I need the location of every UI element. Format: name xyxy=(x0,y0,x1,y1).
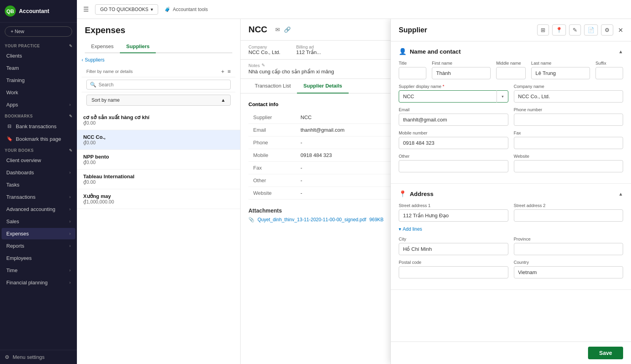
bank-icon: ⊟ xyxy=(6,123,13,129)
mobile-input[interactable] xyxy=(399,137,508,149)
add-lines-button[interactable]: ▾ Add lines xyxy=(399,226,422,232)
sidebar-item-expenses[interactable]: Expenses › xyxy=(2,228,75,239)
sort-button[interactable]: Sort by name ▲ xyxy=(86,95,231,106)
grid-view-button[interactable]: ⊞ xyxy=(537,24,549,35)
sidebar-item-bookmark-this[interactable]: 🔖 Bookmark this page xyxy=(2,133,75,145)
supplier-item[interactable]: Xưởng may ₫1,000,000.00 xyxy=(77,189,240,209)
province-input[interactable] xyxy=(514,243,624,255)
app-logo: QB xyxy=(5,6,16,17)
display-name-dropdown-icon[interactable]: ▾ xyxy=(497,90,508,103)
edit-books-icon[interactable]: ✎ xyxy=(69,148,73,153)
edit-notes-icon[interactable]: ✎ xyxy=(261,63,265,68)
edit-practice-icon[interactable]: ✎ xyxy=(69,44,73,48)
supplier-amount: ₫0.00 xyxy=(83,160,234,165)
bookmarks-section: BOOKMARKS ✎ xyxy=(0,111,77,120)
sidebar-item-sales[interactable]: Sales › xyxy=(2,216,75,227)
website-input[interactable] xyxy=(514,160,624,172)
street2-input[interactable] xyxy=(514,209,624,222)
display-name-label: Supplier display name xyxy=(399,84,508,89)
menu-settings[interactable]: ⚙ Menu settings xyxy=(0,350,77,364)
contact-field-label: Mobile xyxy=(248,149,296,162)
sidebar-item-time[interactable]: Time › xyxy=(2,265,75,276)
middle-name-field: Middle name xyxy=(496,61,526,79)
location-icon: 📍 xyxy=(399,190,407,198)
company-name-input[interactable] xyxy=(514,90,624,103)
sidebar-header: QB Accountant xyxy=(0,0,77,22)
country-input[interactable] xyxy=(514,266,624,278)
company-value: NCC Co., Ltd. xyxy=(248,49,280,55)
postal-input[interactable] xyxy=(399,266,508,278)
add-filter-button[interactable]: + xyxy=(221,68,224,75)
last-name-input[interactable] xyxy=(531,67,590,79)
supplier-item[interactable]: cơ sở sản xuất hàng cơ khí ₫0.00 xyxy=(77,110,240,130)
edit-button[interactable]: ✎ xyxy=(569,24,581,35)
phone-field: Phone number xyxy=(514,107,624,126)
list-panel: Expenses Expenses Suppliers ‹ Suppliers … xyxy=(77,19,241,364)
list-view-button[interactable]: ≡ xyxy=(228,68,231,75)
pin-button[interactable]: 📍 xyxy=(552,24,566,35)
other-input[interactable] xyxy=(399,160,508,172)
email-input[interactable] xyxy=(399,114,508,126)
sidebar-item-advanced-accounting[interactable]: Advanced accounting › xyxy=(2,203,75,215)
street2-field: Street address 2 xyxy=(514,203,624,222)
title-input[interactable] xyxy=(399,67,426,79)
supplier-amount: ₫0.00 xyxy=(83,179,234,185)
tab-expenses[interactable]: Expenses xyxy=(85,40,120,53)
other-label: Other xyxy=(399,154,508,159)
search-input[interactable] xyxy=(99,82,227,88)
sidebar-item-client-overview[interactable]: Client overview xyxy=(2,155,75,166)
right-panel-body: 👤 Name and contact ▲ Title First name xyxy=(391,41,631,342)
tab-transaction-list[interactable]: Transaction List xyxy=(248,79,297,93)
fax-label: Fax xyxy=(514,131,624,135)
supplier-item[interactable]: NPP bento ₫0.00 xyxy=(77,150,240,170)
tools-button[interactable]: ⚙ xyxy=(601,24,613,35)
file-icon: 📎 xyxy=(248,217,254,222)
edit-bookmarks-icon[interactable]: ✎ xyxy=(69,114,73,118)
middle-name-input[interactable] xyxy=(496,67,526,79)
sidebar-item-employees[interactable]: Employees xyxy=(2,252,75,264)
supplier-item[interactable]: Tableau International ₫0.00 xyxy=(77,170,240,189)
sidebar-item-financial-planning[interactable]: Financial planning › xyxy=(2,277,75,288)
sidebar-item-reports[interactable]: Reports › xyxy=(2,240,75,252)
accountant-tools-button[interactable]: 🧳 Accountant tools xyxy=(164,7,208,12)
sidebar-item-dashboards[interactable]: Dashboards › xyxy=(2,167,75,178)
email-icon-button[interactable]: ✉ xyxy=(275,26,280,33)
filter-label: Filter by name or details xyxy=(86,69,133,74)
suffix-field: Suffix xyxy=(596,61,623,79)
address-section-header[interactable]: 📍 Address ▲ xyxy=(399,190,623,198)
supplier-amount: ₫1,000,000.00 xyxy=(83,199,234,205)
back-label: Suppliers xyxy=(85,57,105,63)
close-button[interactable]: ✕ xyxy=(618,26,623,34)
tab-supplier-details[interactable]: Supplier Details xyxy=(297,79,348,93)
tab-suppliers[interactable]: Suppliers xyxy=(120,40,156,53)
first-name-input[interactable] xyxy=(432,67,491,79)
supplier-item[interactable]: NCC Co., ₫0.00 xyxy=(77,130,240,150)
fax-input[interactable] xyxy=(514,137,624,149)
sidebar-item-clients[interactable]: Clients xyxy=(2,50,75,62)
attachment-size: 969KB xyxy=(370,217,384,222)
last-name-field: Last name xyxy=(531,61,590,79)
page-header: Expenses Expenses Suppliers xyxy=(77,19,240,53)
sidebar-item-apps[interactable]: Apps › xyxy=(2,99,75,110)
city-input[interactable] xyxy=(399,243,508,255)
new-button[interactable]: + New xyxy=(5,26,72,37)
phone-input[interactable] xyxy=(514,114,624,126)
sidebar-item-team[interactable]: Team xyxy=(2,62,75,74)
menu-settings-label: Menu settings xyxy=(13,354,45,360)
sidebar-item-work[interactable]: Work xyxy=(2,87,75,98)
sidebar-item-bank-transactions[interactable]: ⊟ Bank transactions xyxy=(2,120,75,132)
sidebar-item-tasks[interactable]: Tasks xyxy=(2,179,75,190)
save-button[interactable]: Save xyxy=(588,347,623,359)
go-quickbooks-label: GO TO QUICKBOOKS xyxy=(100,7,148,12)
hamburger-icon[interactable]: ☰ xyxy=(83,6,89,13)
sidebar-item-transactions[interactable]: Transactions › xyxy=(2,191,75,203)
display-name-input[interactable] xyxy=(399,90,508,103)
breadcrumb-back[interactable]: ‹ Suppliers xyxy=(82,57,235,63)
go-quickbooks-button[interactable]: GO TO QUICKBOOKS ▾ xyxy=(95,4,158,15)
sidebar-item-training[interactable]: Training xyxy=(2,75,75,86)
suffix-input[interactable] xyxy=(596,67,623,79)
name-contact-section-header[interactable]: 👤 Name and contact ▲ xyxy=(399,48,623,55)
document-button[interactable]: 📄 xyxy=(584,24,598,35)
street1-input[interactable] xyxy=(399,209,508,222)
link-icon-button[interactable]: 🔗 xyxy=(284,26,291,33)
